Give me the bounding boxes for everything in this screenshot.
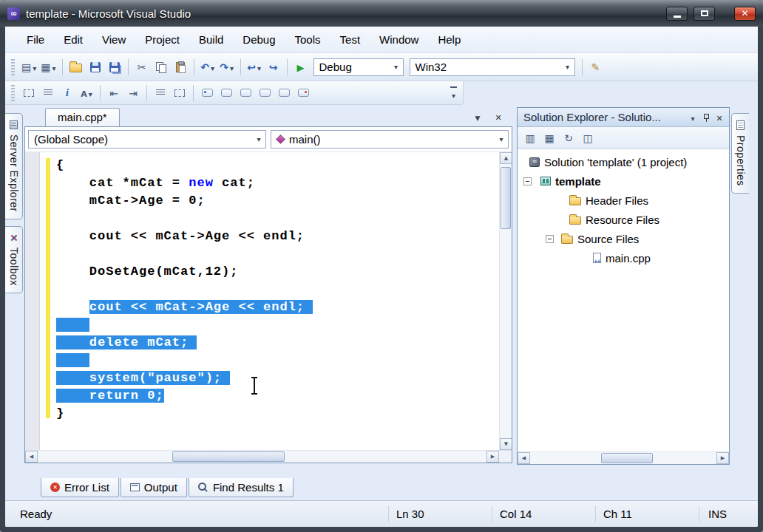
word-completion-button[interactable] <box>78 84 95 102</box>
horizontal-scrollbar[interactable] <box>25 450 512 463</box>
close-document-button[interactable] <box>492 110 505 123</box>
code-segment-selected[interactable] <box>56 353 89 367</box>
view-class-diagram-button[interactable] <box>580 130 596 146</box>
menu-window[interactable]: Window <box>370 29 428 50</box>
copy-button[interactable] <box>152 58 170 76</box>
undo-button[interactable] <box>199 58 217 76</box>
display-member-list-button[interactable] <box>20 84 38 102</box>
close-button[interactable] <box>734 7 756 21</box>
menu-view[interactable]: View <box>92 29 135 50</box>
navigate-forward-button[interactable] <box>265 58 282 76</box>
code-line[interactable]: cout << mCat->Age << endl; <box>56 228 499 245</box>
start-debugging-button[interactable] <box>292 58 310 76</box>
auto-hide-button[interactable] <box>699 111 713 124</box>
code-segment[interactable] <box>56 300 89 314</box>
save-all-button[interactable] <box>106 58 123 76</box>
code-line[interactable] <box>56 281 499 299</box>
scroll-up-arrow[interactable] <box>500 152 512 164</box>
next-bookmark-button[interactable] <box>237 84 254 102</box>
code-segment-selected[interactable]: delete mCat; <box>56 335 197 349</box>
code-segment[interactable]: DoSetAge(mCat,12); <box>56 265 238 279</box>
decrease-indent-button[interactable] <box>105 84 123 102</box>
horizontal-scroll-track[interactable] <box>530 452 716 464</box>
parameter-info-button[interactable] <box>39 84 57 102</box>
solution-configurations-dropdown[interactable]: Debug <box>313 58 404 76</box>
chevron-down-icon[interactable] <box>390 59 403 75</box>
navigate-backward-button[interactable] <box>245 58 263 76</box>
vertical-scrollbar[interactable] <box>499 152 512 450</box>
cut-button[interactable] <box>133 58 151 76</box>
active-files-dropdown-button[interactable] <box>471 110 484 123</box>
code-segment-selected[interactable] <box>56 318 89 332</box>
properties-button[interactable] <box>522 130 538 146</box>
code-segment-selected[interactable]: system("pause"); <box>56 371 230 385</box>
clear-bookmarks-button[interactable] <box>294 84 312 102</box>
code-segment[interactable]: cout << mCat->Age << endl; <box>56 229 305 243</box>
add-new-item-button[interactable] <box>39 58 57 76</box>
code-line[interactable]: delete mCat; <box>56 334 499 352</box>
scope-dropdown[interactable]: (Global Scope) <box>28 130 266 149</box>
code-line[interactable]: mCat->Age = 0; <box>56 192 499 210</box>
new-project-button[interactable] <box>20 58 38 76</box>
collapse-expander-icon[interactable] <box>523 177 532 185</box>
find-in-files-button[interactable] <box>587 58 605 76</box>
code-segment-selected[interactable]: return 0; <box>56 389 164 403</box>
horizontal-scroll-thumb[interactable] <box>172 451 285 462</box>
tab-error-list[interactable]: Error List <box>41 478 119 497</box>
code-line[interactable]: } <box>56 405 499 423</box>
quick-info-button[interactable] <box>58 84 76 102</box>
tree-item-main-cpp[interactable]: main.cpp <box>518 248 729 267</box>
tree-item-resource-files[interactable]: Resource Files <box>518 210 729 229</box>
save-button[interactable] <box>87 58 104 76</box>
code-segment[interactable]: cat *mCat = <box>56 176 189 190</box>
toggle-bookmark-button[interactable] <box>198 84 216 102</box>
next-bookmark-in-folder-button[interactable] <box>275 84 293 102</box>
menu-help[interactable]: Help <box>428 29 470 50</box>
code-segment[interactable]: cat; <box>214 176 255 190</box>
menu-file[interactable]: File <box>17 29 54 50</box>
code-line[interactable]: return 0; <box>56 387 499 405</box>
toolbar-gripper[interactable] <box>11 59 15 75</box>
code-line[interactable] <box>56 316 499 334</box>
code-line[interactable] <box>56 210 499 228</box>
code-segment-selected[interactable]: cout << mCat->Age << endl; <box>89 300 313 314</box>
collapse-expander-icon[interactable] <box>546 235 554 243</box>
tree-item-template[interactable]: template <box>518 171 729 191</box>
chevron-down-icon[interactable] <box>252 131 265 148</box>
window-position-button[interactable] <box>686 111 699 124</box>
tab-output[interactable]: Output <box>121 478 187 497</box>
previous-bookmark-in-folder-button[interactable] <box>256 84 274 102</box>
menu-debug[interactable]: Debug <box>233 29 285 50</box>
code-segment[interactable]: { <box>56 158 64 172</box>
indicator-margin[interactable] <box>25 152 40 450</box>
toolbar-gripper[interactable] <box>11 85 15 101</box>
scroll-right-arrow[interactable] <box>716 452 729 464</box>
horizontal-scroll-track[interactable] <box>38 451 486 463</box>
chevron-down-icon[interactable] <box>561 59 574 75</box>
tab-find-results[interactable]: Find Results 1 <box>189 478 294 497</box>
code-line[interactable] <box>56 352 499 369</box>
tab-toolbox[interactable]: Toolbox <box>5 226 23 293</box>
tab-main-cpp[interactable]: main.cpp* <box>45 108 120 126</box>
show-all-files-button[interactable] <box>541 130 557 146</box>
code-editor[interactable]: { cat *mCat = new cat; mCat->Age = 0; co… <box>25 152 499 450</box>
vertical-scroll-thumb[interactable] <box>501 167 511 229</box>
scroll-left-arrow[interactable] <box>25 451 38 463</box>
menu-tools[interactable]: Tools <box>285 29 330 50</box>
horizontal-scroll-thumb[interactable] <box>601 453 654 463</box>
tree-item-header-files[interactable]: Header Files <box>518 191 729 210</box>
open-file-button[interactable] <box>67 58 85 76</box>
maximize-button[interactable] <box>694 7 715 21</box>
tree-item-source-files[interactable]: Source Files <box>518 229 729 248</box>
code-line[interactable]: DoSetAge(mCat,12); <box>56 263 499 281</box>
tab-properties[interactable]: Properties <box>731 113 749 194</box>
scroll-right-arrow[interactable] <box>486 451 499 463</box>
code-line[interactable]: { <box>56 157 499 174</box>
tree-item-solution[interactable]: Solution 'template' (1 project) <box>518 152 729 171</box>
toolbar-options-button[interactable] <box>449 85 458 101</box>
scroll-down-arrow[interactable] <box>500 438 512 450</box>
chevron-down-icon[interactable] <box>495 131 508 148</box>
code-line[interactable]: system("pause"); <box>56 369 499 387</box>
code-segment[interactable]: new <box>189 176 214 190</box>
code-line[interactable]: cout << mCat->Age << endl; <box>56 299 499 316</box>
